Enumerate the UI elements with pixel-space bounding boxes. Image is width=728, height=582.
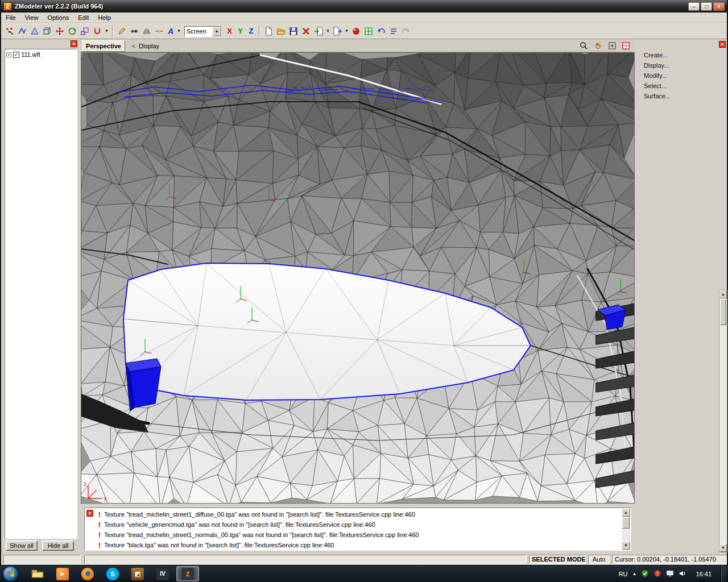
hidden-icons-icon[interactable]: ▲ (632, 571, 637, 576)
update-tray-icon[interactable] (653, 569, 661, 579)
weld-icon[interactable] (128, 25, 140, 38)
command-display[interactable]: Display... (638, 60, 728, 70)
scene-panel-close-icon[interactable]: × (71, 40, 77, 47)
translate-tool-icon[interactable] (53, 25, 66, 38)
import-icon[interactable] (312, 25, 325, 38)
maximize-viewport-icon[interactable] (606, 40, 618, 52)
scrollbar-thumb[interactable] (720, 299, 726, 325)
save-file-icon[interactable] (287, 25, 300, 38)
show-all-button[interactable]: Show all (6, 541, 38, 551)
text-style-dropdown-icon[interactable]: ▼ (176, 25, 182, 38)
delete-icon[interactable] (300, 25, 312, 38)
status-bar: SELECTED MODE Auto Cursor: 0.00204, -0.1… (1, 554, 727, 564)
menu-view[interactable]: View (20, 13, 43, 22)
scroll-up-icon[interactable]: ▲ (719, 290, 727, 298)
mirror-icon[interactable] (140, 25, 153, 38)
scroll-down-icon[interactable]: ▼ (622, 542, 630, 550)
log-entry[interactable]: !Texture "tread_michelin_street1_normals… (95, 530, 621, 540)
tree-item[interactable]: + ✓ 111.wft (5, 49, 77, 60)
redo-icon[interactable] (400, 25, 412, 38)
command-surface[interactable]: Surface... (638, 91, 728, 101)
uv-mapper-icon[interactable] (362, 25, 375, 38)
menu-help[interactable]: Help (93, 13, 115, 22)
axis-x-button[interactable]: X (224, 26, 235, 37)
material-editor-icon[interactable] (350, 25, 362, 38)
axis-z-button[interactable]: Z (246, 26, 257, 37)
system-tray: RU ▲ 16:41 (619, 566, 728, 582)
status-left-segment (3, 555, 81, 564)
select-vertices-icon[interactable] (3, 25, 16, 38)
text-style-button[interactable]: A (166, 25, 176, 38)
export-icon[interactable] (331, 25, 344, 38)
zoom-icon[interactable] (577, 40, 590, 52)
menu-options[interactable]: Options (43, 13, 73, 22)
taskbar-openiv-button[interactable]: IV (151, 566, 174, 581)
start-button[interactable] (3, 566, 18, 581)
scrollbar-thumb[interactable] (622, 517, 630, 529)
visibility-checkbox[interactable]: ✓ (13, 52, 19, 58)
volume-tray-icon[interactable] (679, 569, 686, 579)
export-dropdown-icon[interactable]: ▼ (344, 25, 350, 38)
command-panel-scrollbar[interactable]: ▲ ▼ (719, 290, 727, 552)
detach-icon[interactable] (153, 25, 166, 38)
3d-viewport[interactable] (81, 52, 635, 504)
log-scrollbar[interactable]: ▲ ▼ (622, 509, 630, 550)
taskbar-clock[interactable]: 16:41 (691, 571, 716, 577)
screen-combobox[interactable]: Screen ▼ (184, 26, 222, 37)
command-select[interactable]: Select... (638, 81, 728, 91)
hide-all-button[interactable]: Hide all (42, 541, 74, 551)
menu-edit[interactable]: Edit (73, 13, 93, 22)
network-tray-icon[interactable] (666, 569, 674, 579)
rotate-tool-icon[interactable] (66, 25, 78, 38)
taskbar-skype-button[interactable]: S (101, 566, 124, 581)
taskbar-package-button[interactable]: ◩ (126, 566, 149, 581)
taskbar-explorer-button[interactable] (26, 566, 49, 581)
select-edges-icon[interactable] (16, 25, 28, 38)
language-indicator[interactable]: RU (619, 571, 628, 577)
screen-combobox-arrow-icon[interactable]: ▼ (212, 27, 221, 36)
select-objects-icon[interactable] (41, 25, 53, 38)
command-modify[interactable]: Modify... (638, 70, 728, 81)
command-create[interactable]: Create... (638, 50, 728, 60)
log-panel-close-icon[interactable]: × (86, 510, 93, 517)
tab-perspective[interactable]: Perspective (82, 40, 125, 52)
command-panel-close-icon[interactable]: × (719, 41, 726, 48)
scroll-up-icon[interactable]: ▲ (622, 509, 630, 517)
close-button[interactable]: × (713, 2, 725, 11)
scale-tool-icon[interactable] (78, 25, 91, 38)
log-entry[interactable]: !Texture "black.tga" was not found in "[… (95, 540, 621, 550)
menu-file[interactable]: File (1, 13, 20, 22)
select-polygons-icon[interactable] (28, 25, 41, 38)
3d-viewport-canvas[interactable] (81, 53, 634, 503)
log-entry[interactable]: !Texture "vehicle_genericmud.tga" was no… (95, 519, 621, 530)
undo-icon[interactable] (375, 25, 387, 38)
log-entry[interactable]: !Texture "tread_michelin_street1_diffuse… (95, 509, 621, 519)
viewport-layout-icon[interactable] (620, 40, 632, 52)
taskbar-media-player-button[interactable]: ▸ (51, 566, 74, 581)
snap-toggle-icon[interactable] (91, 25, 104, 38)
zmodeler-taskbar-icon: Z (181, 568, 194, 580)
minimize-button[interactable]: – (688, 2, 700, 11)
new-file-icon[interactable] (262, 25, 275, 38)
log-list-icon[interactable] (387, 25, 400, 38)
taskbar-firefox-button[interactable] (76, 566, 99, 581)
pan-hand-icon[interactable] (592, 40, 604, 52)
package-icon: ◩ (131, 568, 144, 580)
import-dropdown-icon[interactable]: ▼ (325, 25, 331, 38)
maximize-button[interactable]: □ (701, 2, 712, 11)
viewport-display-label[interactable]: Display (139, 43, 159, 49)
show-desktop-button[interactable] (721, 566, 726, 582)
viewport-area: Perspective < Display (81, 40, 635, 504)
taskbar-zmodeler-button[interactable]: Z (176, 566, 199, 581)
axis-y-button[interactable]: Y (235, 26, 246, 37)
windows-logo-icon (7, 570, 14, 577)
create-poly-icon[interactable] (115, 25, 128, 38)
viewport-back-button[interactable]: < (130, 43, 138, 49)
scroll-down-icon[interactable]: ▼ (719, 544, 727, 552)
modes-dropdown-icon[interactable]: ▼ (104, 25, 110, 38)
expand-icon[interactable]: + (6, 52, 11, 57)
security-shield-icon[interactable] (641, 569, 649, 579)
status-auto-toggle[interactable]: Auto (588, 555, 610, 564)
open-file-icon[interactable] (275, 25, 287, 38)
zmodeler-window: Z ZModeler ver 2.2.2 (Build 964) – □ × F… (0, 0, 728, 565)
